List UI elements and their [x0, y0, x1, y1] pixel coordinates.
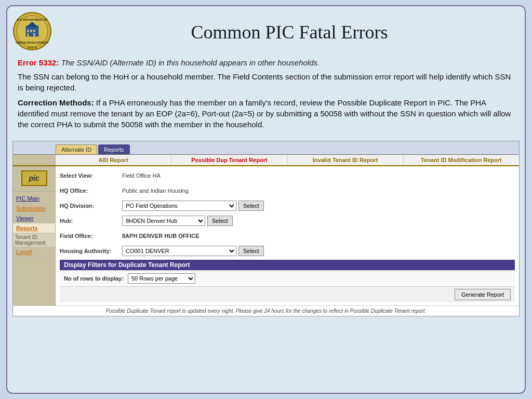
sidebar-section-tenant: Tenant ID Management: [13, 233, 55, 247]
sidebar-link-reports[interactable]: Reports: [13, 223, 55, 233]
slide-container: U.S. DEPARTMENT OF URBAN DEVELOPMENT ★ ★…: [6, 5, 526, 394]
svg-rect-9: [33, 33, 35, 36]
rows-label: No of rows to display:: [64, 275, 124, 282]
svg-text:U.S. DEPARTMENT OF: U.S. DEPARTMENT OF: [17, 18, 48, 21]
error-label: Error 5332:: [18, 58, 59, 67]
display-filters-header: Display Filters for Duplicate Tenant Rep…: [60, 260, 515, 270]
svg-text:★ ★ ★: ★ ★ ★: [28, 46, 37, 49]
field-office-label: Field Office:: [60, 233, 122, 239]
tab-reports[interactable]: Reports: [98, 144, 130, 154]
sidebar-link-pic-main[interactable]: PIC Main: [13, 194, 55, 204]
tab-alternate-id[interactable]: Alternate ID: [56, 144, 97, 154]
generate-btn-row: Generate Report: [60, 286, 515, 302]
hub-select-button[interactable]: Select: [207, 216, 233, 226]
hud-seal: U.S. DEPARTMENT OF URBAN DEVELOPMENT ★ ★…: [12, 11, 54, 53]
main-content-row: pic PIC Main Submission Viewer Reports T…: [13, 166, 519, 305]
housing-authority-select-button[interactable]: Select: [238, 246, 264, 256]
hub-select[interactable]: 8HDEN Denver Hub: [122, 216, 205, 226]
hq-division-select[interactable]: PO Field Operations: [122, 201, 236, 211]
rows-per-page-select[interactable]: 50 Rows per page: [128, 273, 195, 284]
svg-rect-7: [33, 30, 35, 32]
sidebar-link-submission[interactable]: Submission: [13, 204, 55, 214]
form-row-field-office: Field Office: 8APH DENVER HUB OFFICE: [60, 230, 515, 242]
hq-division-label: HQ Division:: [60, 203, 122, 209]
svg-text:URBAN DEVELOPMENT: URBAN DEVELOPMENT: [16, 41, 49, 44]
nav-row: AID Report Possible Dup Tenant Report In…: [13, 155, 519, 166]
hub-label: Hub:: [60, 218, 122, 224]
error-description: The SSN/AID (Alternate ID) in this house…: [61, 58, 320, 67]
sidebar-nav: PIC Main Submission Viewer Reports Tenan…: [13, 194, 55, 257]
correction-label: Correction Methods:: [18, 98, 94, 107]
field-office-value: 8APH DENVER HUB OFFICE: [122, 233, 200, 239]
correction-paragraph: Correction Methods: If a PHA erroneously…: [18, 97, 514, 130]
form-area: Select View: Field Office HA HQ Office: …: [56, 166, 519, 305]
pic-interface: Alternate ID Reports AID Report Possible…: [12, 141, 520, 316]
footer-note: Possible Duplicate Tenant report is upda…: [13, 305, 519, 316]
generate-report-button[interactable]: Generate Report: [455, 289, 511, 300]
hq-division-select-button[interactable]: Select: [238, 201, 264, 211]
form-row-select-view: Select View: Field Office HA: [60, 169, 515, 182]
sidebar-link-logoff[interactable]: Logoff: [13, 247, 55, 257]
form-row-housing-authority: Housing Authority: CO001 DENVER Select: [60, 245, 515, 257]
pic-logo-text: pic: [29, 174, 39, 182]
paragraph1: The SSN can belong to the HoH or a house…: [18, 71, 514, 93]
select-view-value: Field Office HA: [122, 172, 161, 179]
tabs-row: Alternate ID Reports: [13, 141, 519, 155]
housing-authority-select[interactable]: CO001 DENVER: [122, 246, 236, 256]
page-title: Common PIC Fatal Errors: [64, 21, 514, 43]
content-area: Error 5332: The SSN/AID (Alternate ID) i…: [7, 56, 525, 137]
nav-dup-tenant[interactable]: Possible Dup Tenant Report: [171, 155, 287, 165]
header-area: U.S. DEPARTMENT OF URBAN DEVELOPMENT ★ ★…: [7, 6, 525, 56]
svg-rect-6: [30, 30, 32, 32]
left-sidebar: pic PIC Main Submission Viewer Reports T…: [13, 166, 56, 305]
nav-tenant-mod[interactable]: Tenant ID Modification Report: [404, 155, 519, 165]
form-row-hq-office: HQ Office: Public and Indian Housing: [60, 184, 515, 197]
nav-invalid-tenant[interactable]: Invalid Tenant ID Report: [288, 155, 404, 165]
form-row-hub: Hub: 8HDEN Denver Hub Select: [60, 215, 515, 227]
form-row-hq-division: HQ Division: PO Field Operations Select: [60, 200, 515, 212]
sidebar-link-viewer[interactable]: Viewer: [13, 214, 55, 223]
pic-logo-area: pic: [13, 166, 55, 192]
hq-office-value: Public and Indian Housing: [122, 188, 189, 194]
svg-rect-5: [27, 30, 29, 32]
filter-row-rows: No of rows to display: 50 Rows per page: [60, 270, 515, 286]
nav-aid-report[interactable]: AID Report: [56, 155, 171, 165]
housing-authority-label: Housing Authority:: [60, 248, 122, 254]
select-view-label: Select View:: [60, 172, 122, 179]
error-line: Error 5332: The SSN/AID (Alternate ID) i…: [18, 58, 514, 67]
hq-office-label: HQ Office:: [60, 188, 122, 194]
svg-rect-8: [27, 33, 29, 36]
